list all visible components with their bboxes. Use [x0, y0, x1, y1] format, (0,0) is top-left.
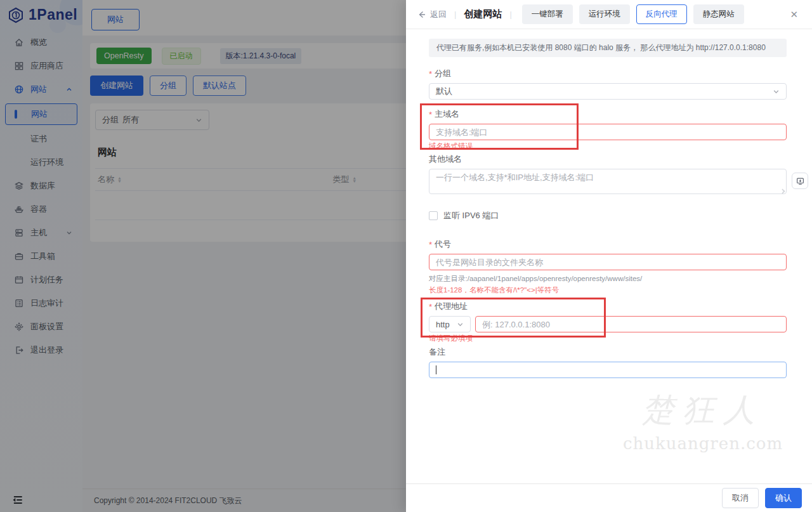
drawer-body: 代理已有服务,例如本机已安装使用 8080 端口的 halo 服务， 那么代理地…: [406, 29, 812, 483]
code-error: 长度1-128，名称不能含有/\*?"<>|等符号: [429, 286, 787, 295]
cancel-button[interactable]: 取消: [722, 488, 759, 508]
proxy-address-error: 请填写必填项: [429, 334, 787, 343]
create-website-drawer: 返回 | 创建网站 | 一键部署 运行环境 反向代理 静态网站 ✕ 代理已有服务…: [406, 0, 812, 512]
remark-field: 备注: [429, 346, 787, 378]
drawer-footer: 取消 确认: [406, 483, 812, 512]
watermark-url: chukuangren.com: [608, 434, 798, 453]
protocol-select[interactable]: http: [429, 316, 471, 332]
drawer-tabs: 一键部署 运行环境 反向代理 静态网站: [522, 4, 744, 24]
tab-static-site[interactable]: 静态网站: [693, 4, 744, 24]
chevron-down-icon: [457, 321, 464, 328]
checkbox-icon[interactable]: [429, 211, 438, 220]
other-domains-field: 其他域名: [429, 154, 787, 197]
fullscreen-editor-icon[interactable]: [792, 173, 808, 189]
info-banner: 代理已有服务,例如本机已安装使用 8080 端口的 halo 服务， 那么代理地…: [429, 39, 787, 57]
tab-runtime[interactable]: 运行环境: [579, 4, 630, 24]
back-arrow-icon: [417, 10, 426, 19]
text-caret: [436, 365, 436, 374]
code-directory-help: 对应主目录:/aapanel/1panel/apps/openresty/ope…: [429, 274, 787, 284]
code-field: *代号 对应主目录:/aapanel/1panel/apps/openresty…: [429, 239, 787, 295]
chevron-down-icon: [773, 88, 780, 95]
tab-one-click-deploy[interactable]: 一键部署: [522, 4, 573, 24]
primary-domain-error: 域名格式错误: [429, 141, 787, 151]
primary-domain-field: *主域名 域名格式错误: [429, 108, 787, 151]
back-button[interactable]: 返回: [417, 9, 447, 20]
confirm-button[interactable]: 确认: [765, 488, 802, 508]
remark-input[interactable]: [429, 362, 787, 378]
group-field: *分组 默认: [429, 68, 787, 100]
other-domains-textarea[interactable]: [429, 169, 787, 194]
group-select[interactable]: 默认: [429, 83, 787, 100]
proxy-address-input[interactable]: [475, 316, 787, 332]
proxy-address-field: *代理地址 http 请填写必填项: [429, 301, 787, 343]
close-icon[interactable]: ✕: [787, 6, 801, 23]
primary-domain-input[interactable]: [429, 124, 787, 140]
code-input[interactable]: [429, 254, 787, 270]
drawer-title: 创建网站: [464, 8, 502, 20]
watermark-text: 楚狂人: [608, 389, 798, 431]
tab-reverse-proxy[interactable]: 反向代理: [636, 4, 687, 24]
drawer-header: 返回 | 创建网站 | 一键部署 运行环境 反向代理 静态网站 ✕: [406, 0, 812, 29]
watermark: 楚狂人 chukuangren.com: [608, 389, 798, 453]
ipv6-checkbox-row[interactable]: 监听 IPV6 端口: [429, 210, 787, 221]
